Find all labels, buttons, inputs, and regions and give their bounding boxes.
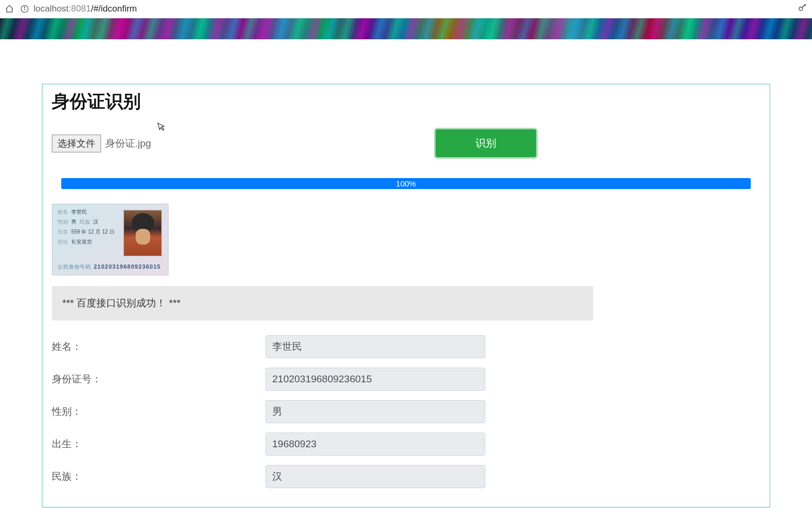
main-card: 身份证识别 选择文件 身份证.jpg 识别 100% 姓名李世民 性别男 民族汉… bbox=[42, 84, 770, 507]
preview-birth-label: 出生 bbox=[58, 229, 68, 235]
preview-sex-value: 男 bbox=[71, 219, 76, 225]
info-icon[interactable] bbox=[20, 4, 29, 14]
progress-bar: 100% bbox=[61, 178, 751, 189]
preview-birth-value: 559 年 12 月 12 日 bbox=[71, 229, 115, 235]
preview-nation-label: 民族 bbox=[80, 219, 90, 225]
input-name[interactable] bbox=[265, 335, 485, 358]
preview-address-value: 长安皇宫 bbox=[71, 239, 92, 245]
upload-row: 选择文件 身份证.jpg 识别 bbox=[52, 129, 760, 157]
progress-text: 100% bbox=[396, 179, 416, 188]
form-row-sex: 性别： bbox=[52, 400, 760, 423]
page-title: 身份证识别 bbox=[52, 90, 760, 114]
preview-nation-value: 汉 bbox=[93, 219, 98, 225]
decorative-banner bbox=[0, 18, 812, 39]
form-row-name: 姓名： bbox=[52, 335, 760, 358]
url-display[interactable]: localhost:8081/#/idconfirm bbox=[34, 4, 137, 14]
preview-idnum-value: 210203196809236015 bbox=[94, 263, 161, 270]
preview-idnum-label: 公民身份号码 bbox=[58, 264, 91, 270]
input-idnum[interactable] bbox=[265, 368, 485, 391]
label-sex: 性别： bbox=[52, 405, 265, 418]
id-photo bbox=[124, 210, 162, 256]
home-icon[interactable] bbox=[4, 4, 15, 14]
url-host: localhost bbox=[34, 4, 69, 14]
label-name: 姓名： bbox=[52, 340, 265, 354]
preview-sex-label: 性别 bbox=[58, 219, 68, 225]
input-nation[interactable] bbox=[265, 465, 485, 488]
key-icon[interactable] bbox=[797, 3, 808, 16]
progress-container: 100% bbox=[61, 178, 751, 189]
label-idnum: 身份证号： bbox=[52, 372, 265, 386]
preview-name-label: 姓名 bbox=[58, 209, 68, 215]
form-row-nation: 民族： bbox=[52, 465, 760, 488]
form-row-idnum: 身份证号： bbox=[52, 368, 760, 391]
preview-address-label: 住址 bbox=[58, 239, 68, 245]
input-sex[interactable] bbox=[265, 400, 485, 423]
label-nation: 民族： bbox=[52, 470, 265, 483]
choose-file-button[interactable]: 选择文件 bbox=[52, 135, 101, 152]
url-path: /#/idconfirm bbox=[91, 4, 137, 14]
file-picker: 选择文件 身份证.jpg bbox=[52, 135, 151, 152]
preview-name-value: 李世民 bbox=[71, 209, 87, 215]
svg-point-2 bbox=[24, 7, 25, 7]
selected-file-name: 身份证.jpg bbox=[105, 137, 151, 150]
url-port: :8081 bbox=[69, 4, 91, 14]
recognize-button[interactable]: 识别 bbox=[436, 129, 536, 157]
browser-address-bar: localhost:8081/#/idconfirm bbox=[0, 0, 812, 18]
status-message: *** 百度接口识别成功！ *** bbox=[52, 286, 593, 321]
id-card-preview: 姓名李世民 性别男 民族汉 出生559 年 12 月 12 日 住址长安皇宫 公… bbox=[52, 204, 169, 275]
form-row-birth: 出生： bbox=[52, 433, 760, 456]
input-birth[interactable] bbox=[265, 433, 485, 456]
label-birth: 出生： bbox=[52, 437, 265, 451]
